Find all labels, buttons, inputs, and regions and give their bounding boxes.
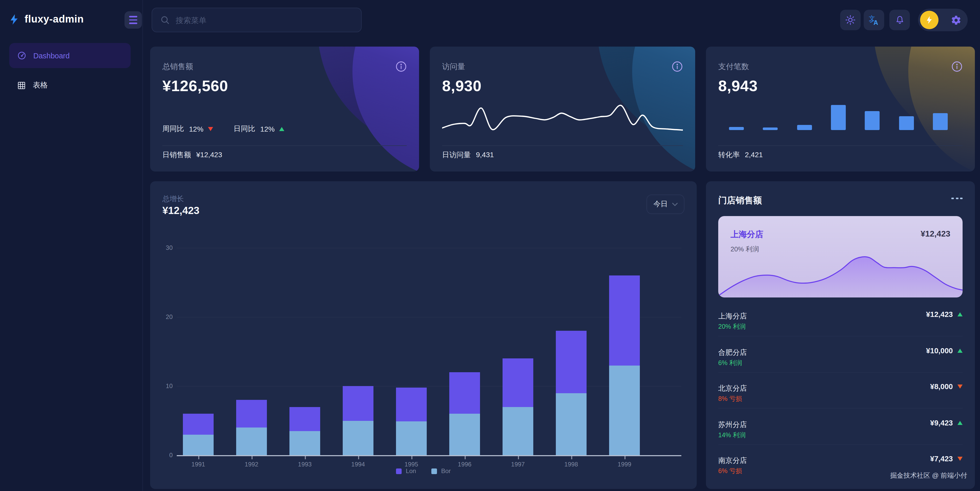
bar-segment-lon	[343, 386, 374, 421]
more-options-icon[interactable]	[951, 198, 963, 199]
x-axis-tick	[518, 456, 519, 459]
x-axis-tick	[571, 456, 572, 459]
visits-card: 访问量 8,930 日访问量 9,431	[430, 47, 695, 172]
x-axis-tick	[305, 456, 305, 459]
mini-bar	[797, 125, 812, 130]
day-compare-label: 日同比	[234, 124, 255, 133]
info-icon[interactable]	[951, 61, 963, 72]
x-axis-tick-label: 1996	[458, 461, 471, 468]
chart-legend: LonBor	[150, 467, 697, 475]
x-axis-tick-label: 1994	[351, 461, 365, 468]
svg-text:A: A	[873, 19, 878, 26]
date-range-label: 今日	[654, 200, 668, 209]
search-icon	[160, 15, 170, 25]
search-bar	[152, 8, 362, 32]
brand-logo: fluxy-admin	[9, 13, 84, 25]
sidebar-item-table[interactable]: 表格	[9, 73, 130, 98]
user-settings-pill	[918, 9, 968, 31]
bar-segment-bor	[396, 421, 427, 455]
bell-icon	[894, 14, 905, 25]
card-footer-label: 日销售额	[162, 151, 191, 160]
trend-up-icon	[279, 127, 284, 131]
mini-bar	[933, 113, 948, 130]
info-icon[interactable]	[671, 61, 683, 72]
growth-amount: ¥12,423	[162, 205, 199, 216]
sidebar-item-dashboard[interactable]: Dashboard	[9, 43, 130, 68]
notifications-button[interactable]	[889, 10, 910, 30]
dashboard-page: fluxy-admin 文 A	[0, 0, 980, 491]
x-axis-tick	[624, 456, 625, 459]
card-title: 支付笔数	[718, 62, 749, 72]
divider	[718, 336, 963, 336]
trend-icon	[958, 421, 963, 425]
bar-segment-bor	[343, 421, 374, 455]
store-note: 20% 利润	[718, 323, 746, 331]
store-list-item: 苏州分店 ¥9,423 14% 利润	[718, 420, 963, 444]
bar-segment-bor	[556, 393, 587, 455]
sidebar-item-label: 表格	[33, 80, 48, 90]
trend-icon	[958, 349, 963, 353]
x-axis-tick-label: 1998	[564, 461, 578, 468]
store-list-item: 北京分店 ¥8,000 8% 亏损	[718, 383, 963, 408]
bar-segment-bor	[236, 427, 267, 455]
store-value: ¥10,000	[926, 346, 953, 355]
x-axis-tick-label: 1999	[617, 461, 631, 468]
total-sales-card: 总销售额 ¥126,560 周同比 12% 日同比 12% 日销售额 ¥12,4…	[150, 47, 419, 172]
menu-icon	[129, 16, 137, 17]
bar-segment-bor	[290, 431, 320, 455]
store-name: 苏州分店	[718, 420, 747, 429]
brand-name: fluxy-admin	[25, 13, 84, 25]
table-icon	[17, 81, 26, 90]
x-axis-tick-label: 1992	[245, 461, 258, 468]
payments-card: 支付笔数 8,943 转化率 2,421	[706, 47, 975, 172]
translate-icon: 文 A	[868, 14, 880, 26]
x-axis-tick-label: 1991	[191, 461, 205, 468]
x-axis-tick	[198, 456, 199, 459]
x-axis-line	[177, 455, 681, 456]
comparison-stats: 周同比 12% 日同比 12%	[162, 124, 284, 133]
store-name: 北京分店	[718, 384, 747, 392]
trend-icon	[958, 312, 963, 316]
bar-segment-lon	[609, 275, 640, 365]
sun-icon	[845, 14, 856, 25]
info-icon[interactable]	[396, 61, 407, 72]
trend-icon	[958, 457, 963, 461]
store-value: ¥7,423	[930, 454, 953, 463]
trend-icon	[958, 385, 963, 389]
avatar[interactable]	[920, 11, 939, 29]
store-note: 14% 利润	[718, 431, 746, 440]
panel-title: 门店销售额	[718, 195, 762, 207]
bar-segment-bor	[183, 434, 214, 455]
date-range-dropdown[interactable]: 今日	[646, 195, 684, 214]
bar-segment-bor	[609, 365, 640, 455]
growth-chart-card: 总增长 ¥12,423 今日 0102030199119921993199419…	[150, 181, 697, 489]
x-axis-tick	[251, 456, 252, 459]
legend-swatch	[396, 468, 402, 474]
mini-bar	[865, 111, 880, 130]
bar-segment-lon	[183, 414, 214, 434]
legend-item-bor[interactable]: Bor	[431, 467, 450, 475]
gauge-icon	[17, 51, 27, 60]
corner-decoration	[908, 47, 975, 172]
sidebar-item-label: Dashboard	[33, 51, 70, 60]
card-value: ¥126,560	[162, 77, 228, 95]
legend-item-lon[interactable]: Lon	[396, 467, 416, 475]
x-axis-tick-label: 1995	[404, 461, 418, 468]
lightning-avatar-icon	[925, 15, 934, 25]
gear-icon[interactable]	[951, 14, 962, 25]
card-footer-value: 2,421	[745, 151, 763, 160]
search-input[interactable]	[175, 15, 353, 25]
corner-decoration	[352, 47, 419, 172]
y-axis-tick-label: 20	[154, 313, 173, 321]
sidebar-divider	[142, 0, 143, 491]
theme-toggle-button[interactable]	[840, 10, 861, 30]
divider	[718, 444, 963, 445]
divider	[442, 145, 683, 146]
language-button[interactable]: 文 A	[864, 10, 884, 30]
grid-line	[177, 248, 681, 248]
y-axis-tick-label: 30	[154, 244, 173, 251]
card-title: 总销售额	[162, 62, 193, 72]
mini-bar	[763, 127, 778, 130]
store-value: ¥12,423	[926, 310, 953, 318]
menu-toggle-button[interactable]	[124, 11, 142, 29]
